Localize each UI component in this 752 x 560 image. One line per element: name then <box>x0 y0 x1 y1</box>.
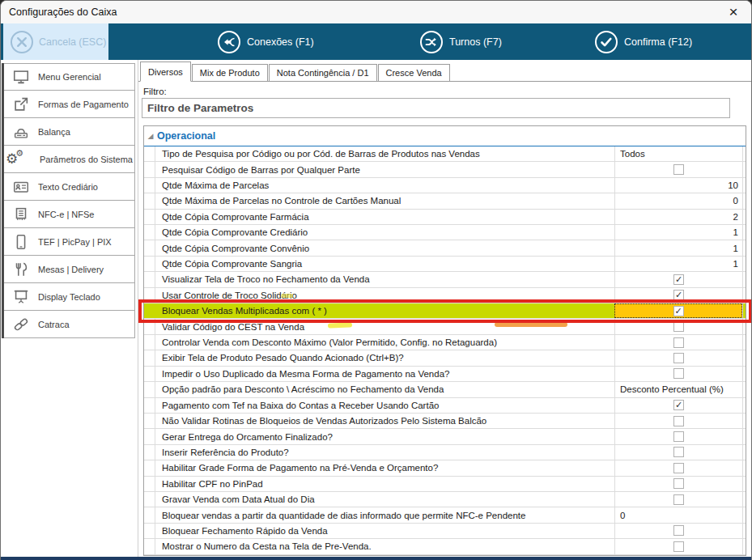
param-value-cell[interactable]: ✓ <box>614 272 742 286</box>
filter-input[interactable] <box>142 98 730 118</box>
param-row[interactable]: Pagamento com Tef na Baixa do Contas a R… <box>144 398 746 414</box>
param-checkbox[interactable] <box>673 431 684 442</box>
param-label: Bloquear Fechamento Rápido da Venda <box>155 526 614 536</box>
row-gutter <box>742 210 746 224</box>
param-value-cell[interactable]: 1 <box>614 240 742 255</box>
title-bar[interactable]: Configurações do Caixa × <box>1 1 751 23</box>
tab-cresce-venda[interactable]: Cresce Venda <box>378 64 450 82</box>
param-value-text: 0 <box>733 196 738 206</box>
row-gutter <box>742 272 746 286</box>
param-row[interactable]: Visualizar Tela de Troco no Fechamento d… <box>144 272 746 287</box>
param-value-cell[interactable] <box>614 460 742 475</box>
param-row[interactable]: Controlar Venda com Desconto Máximo (Val… <box>144 335 746 350</box>
param-value-cell[interactable]: 0 <box>614 193 742 208</box>
param-row[interactable]: Exibir Tela de Produto Pesado Quando Aci… <box>144 350 746 366</box>
param-checkbox[interactable] <box>673 541 684 552</box>
param-checkbox[interactable] <box>673 478 684 489</box>
param-value-cell[interactable]: ✓ <box>614 288 742 303</box>
param-row[interactable]: Gerar Entrega do Orcamento Finalizado? <box>144 429 746 444</box>
param-row[interactable]: Qtde Cópia Comprovante Convênio1 <box>144 240 746 256</box>
param-value-cell[interactable] <box>614 350 742 365</box>
param-value-cell[interactable]: 1 <box>614 257 742 271</box>
param-checkbox[interactable] <box>673 164 684 175</box>
sidebar-item-catraca[interactable]: Catraca <box>3 311 135 338</box>
row-indent <box>144 382 155 397</box>
param-row[interactable]: Tipo de Pesquisa por Código ou por Cód. … <box>144 146 746 162</box>
toolbar-button-cancel[interactable]: Cancela (ESC) <box>3 23 108 60</box>
param-value-cell[interactable] <box>614 524 742 538</box>
param-checkbox[interactable] <box>673 525 684 536</box>
param-value-cell[interactable] <box>614 367 742 381</box>
sidebar-item-texto-crediario[interactable]: Texto Crediário <box>3 173 135 201</box>
toolbar-button-confirm[interactable]: Confirma (F12) <box>594 23 692 60</box>
param-row[interactable]: Impedir o Uso Duplicado da Mesma Forma d… <box>144 367 746 382</box>
param-checkbox[interactable] <box>673 353 684 363</box>
param-label: Controlar Venda com Desconto Máximo (Val… <box>155 337 614 347</box>
param-row[interactable]: Inserir Referência do Produto? <box>144 445 746 460</box>
param-row[interactable]: Habilitar CPF no PinPad <box>144 477 746 492</box>
param-row[interactable]: Mostrar o Numero da Cesta na Tela de Pre… <box>144 539 746 554</box>
sidebar-item-display-teclado[interactable]: Display Teclado <box>3 283 135 311</box>
close-icon[interactable]: × <box>720 1 746 23</box>
param-row[interactable]: Bloquear vendas a partir da quantidade d… <box>144 507 746 523</box>
param-value-cell[interactable]: 0 <box>614 507 742 522</box>
param-row[interactable]: Validar Código do CEST na Venda <box>144 319 746 334</box>
sidebar-item-parametros-do-sistema[interactable]: ⚙⚙Parâmetros do Sistema <box>3 146 135 173</box>
param-row[interactable]: Gravar Venda com Data Atual do Dia <box>144 492 746 507</box>
tab-mix-de-produto[interactable]: Mix de Produto <box>192 64 268 82</box>
param-value-cell[interactable]: Desconto Percentual (%) <box>614 382 742 397</box>
param-value-cell[interactable] <box>614 429 742 443</box>
param-checkbox[interactable] <box>673 447 684 457</box>
param-checkbox[interactable]: ✓ <box>673 290 684 300</box>
tab-nota-contingencia-d1[interactable]: Nota Contingência / D1 <box>269 64 377 82</box>
sidebar-item-balanca[interactable]: Balança <box>3 118 135 146</box>
tab-diversos[interactable]: Diversos <box>140 62 191 82</box>
group-header[interactable]: ◢ Operacional <box>144 126 746 146</box>
param-value-cell[interactable] <box>614 414 742 428</box>
param-checkbox[interactable]: ✓ <box>673 400 684 410</box>
sidebar-item-menu-gerencial[interactable]: Menu Gerencial <box>3 63 135 91</box>
param-value-cell[interactable] <box>614 319 742 333</box>
group-expander-icon[interactable]: ◢ <box>144 132 157 140</box>
toolbar-button-connections[interactable]: Conexões (F1) <box>217 23 314 60</box>
param-row[interactable]: Usar Controle de Troco Solidário✓ <box>144 288 746 303</box>
param-value-cell[interactable]: 1 <box>614 225 742 240</box>
param-row[interactable]: Qtde Cópia Comprovante Farmácia2 <box>144 210 746 225</box>
sidebar-item-mesas-delivery[interactable]: Mesas | Delivery <box>3 256 135 283</box>
param-value-cell[interactable] <box>614 335 742 350</box>
param-value-cell[interactable] <box>614 492 742 507</box>
param-row[interactable]: Qtde Máxima de Parcelas10 <box>144 178 746 193</box>
toolbar-button-shifts[interactable]: Turnos (F7) <box>419 23 502 60</box>
param-checkbox[interactable]: ✓ <box>673 306 684 316</box>
param-checkbox[interactable] <box>673 416 684 426</box>
sidebar-item-nfc-e-nfse[interactable]: NFC-e | NFSe <box>3 201 135 228</box>
param-row[interactable]: Bloquear Vendas Multiplicadas com ( * )✓ <box>144 303 746 319</box>
param-value-cell[interactable] <box>614 539 742 554</box>
param-row[interactable]: Qtde Cópia Comprovante Sangria1 <box>144 257 746 272</box>
param-value-cell[interactable]: 2 <box>614 210 742 224</box>
param-label: Pesquisar Código de Barras por Qualquer … <box>155 165 614 175</box>
param-value-cell[interactable] <box>614 445 742 460</box>
param-row[interactable]: Não Validar Rotinas de Bloqueios de Vend… <box>144 414 746 429</box>
param-checkbox[interactable] <box>673 337 684 348</box>
param-row[interactable]: Pesquisar Código de Barras por Qualquer … <box>144 162 746 177</box>
smartphone-icon <box>4 233 38 251</box>
param-checkbox[interactable] <box>673 368 684 379</box>
param-value-cell[interactable] <box>614 162 742 176</box>
param-row[interactable]: Qtde Cópia Comprovante Crediário1 <box>144 225 746 240</box>
param-value-cell[interactable] <box>614 477 742 491</box>
sidebar-item-tef-picpay-pix[interactable]: TEF | PicPay | PIX <box>3 228 135 256</box>
param-row[interactable]: Opção padrão para Desconto \ Acréscimo n… <box>144 382 746 397</box>
param-row[interactable]: Qtde Máxima de Parcelas no Controle de C… <box>144 193 746 209</box>
param-row[interactable]: Habilitar Grade Forma de Pagamento na Pr… <box>144 460 746 476</box>
param-value-cell[interactable]: Todos <box>614 146 742 161</box>
param-row[interactable]: Bloquear Fechamento Rápido da Venda <box>144 524 746 539</box>
param-checkbox[interactable] <box>673 494 684 505</box>
param-value-cell[interactable]: ✓ <box>614 303 742 318</box>
param-value-cell[interactable]: 10 <box>614 178 742 193</box>
param-checkbox[interactable]: ✓ <box>673 274 684 285</box>
sidebar-item-formas-de-pagamento[interactable]: Formas de Pagamento <box>3 91 135 118</box>
param-checkbox[interactable] <box>673 463 684 473</box>
param-value-cell[interactable]: ✓ <box>614 398 742 413</box>
param-checkbox[interactable] <box>673 321 684 332</box>
